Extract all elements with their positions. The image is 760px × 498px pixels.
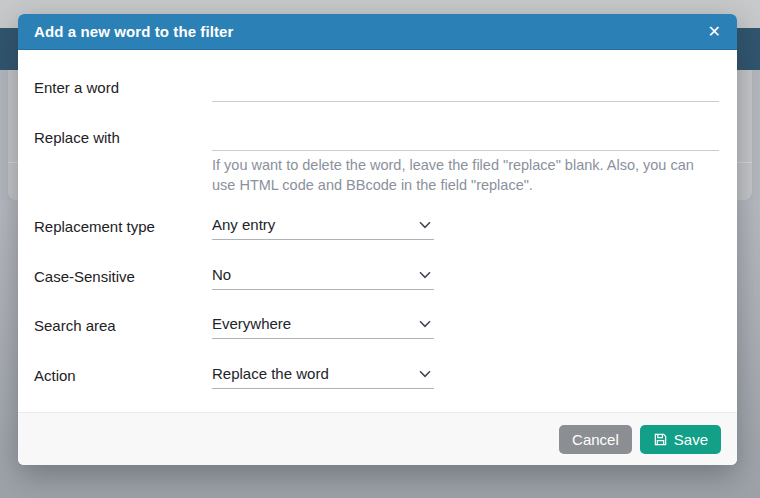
add-word-modal: Add a new word to the filter ✕ Enter a w… (18, 14, 737, 465)
case-sensitive-select[interactable]: No (212, 263, 434, 290)
field-label-replace-with: Replace with (34, 128, 120, 148)
field-label-case-sensitive: Case-Sensitive (34, 267, 135, 287)
save-icon (653, 432, 668, 447)
field-label-replacement-type: Replacement type (34, 217, 155, 237)
modal-title: Add a new word to the filter (34, 23, 233, 40)
save-button-label: Save (674, 432, 708, 447)
modal-footer: Cancel Save (18, 412, 737, 465)
replacement-type-select-wrap: Any entry (212, 213, 434, 240)
modal-header: Add a new word to the filter ✕ (18, 14, 737, 50)
replace-with-input[interactable] (212, 124, 719, 151)
action-select-wrap: Replace the word (212, 362, 434, 389)
search-area-select[interactable]: Everywhere (212, 312, 434, 339)
field-label-action: Action (34, 366, 76, 386)
save-button[interactable]: Save (640, 425, 721, 454)
enter-word-input[interactable] (212, 75, 719, 102)
search-area-select-wrap: Everywhere (212, 312, 434, 339)
replacement-type-select[interactable]: Any entry (212, 213, 434, 240)
cancel-button[interactable]: Cancel (559, 425, 632, 454)
field-label-search-area: Search area (34, 316, 116, 336)
replace-help-text: If you want to delete the word, leave th… (212, 155, 719, 195)
action-select[interactable]: Replace the word (212, 362, 434, 389)
case-sensitive-select-wrap: No (212, 263, 434, 290)
field-label-enter-word: Enter a word (34, 78, 119, 98)
close-icon[interactable]: ✕ (708, 24, 721, 40)
